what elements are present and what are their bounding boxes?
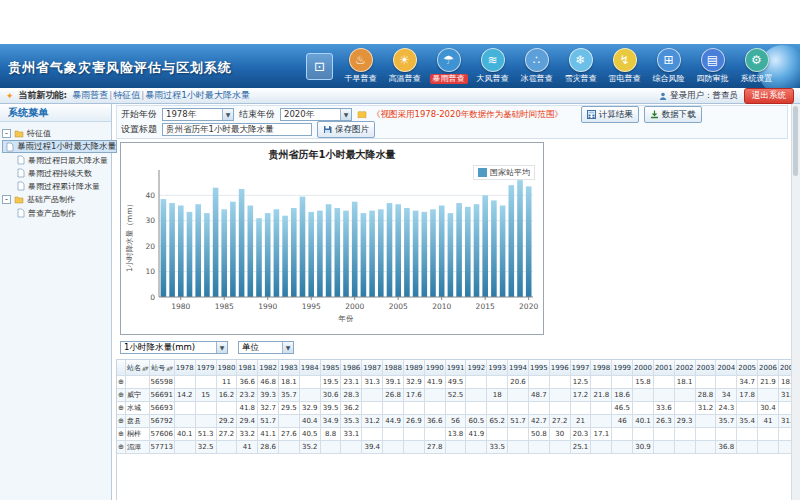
col-year-1983[interactable]: 1983 xyxy=(279,360,300,376)
element-filter-select[interactable]: 1小时降水量(mm)▼ xyxy=(120,341,228,354)
col-year-2004[interactable]: 2004 xyxy=(716,360,737,376)
nav-item-snow[interactable]: ❄雪灾普查 xyxy=(560,48,601,84)
tree-group[interactable]: -基础产品制作 xyxy=(2,193,109,207)
collapse-icon[interactable]: - xyxy=(2,195,11,204)
collapse-icon[interactable]: - xyxy=(2,129,11,138)
logout-button[interactable]: 退出系统 xyxy=(744,88,794,104)
tree-item[interactable]: 暴雨过程累计降水量 xyxy=(2,180,109,193)
folder-icon xyxy=(14,195,24,204)
folder-icon xyxy=(14,129,24,138)
save-image-button[interactable]: 保存图片 xyxy=(317,121,375,138)
row-expand-icon[interactable]: ⊕ xyxy=(117,376,125,389)
value-cell: 11 xyxy=(216,376,237,389)
col-year-1991[interactable]: 1991 xyxy=(445,360,466,376)
nav-item-wind[interactable]: ≋大风普查 xyxy=(472,48,513,84)
table-row[interactable]: ⊕565981136.646.818.119.523.131.339.132.9… xyxy=(117,376,793,389)
col-year-1996[interactable]: 1996 xyxy=(549,360,570,376)
col-year-2001[interactable]: 2001 xyxy=(653,360,674,376)
calculate-button[interactable]: 计算结果 xyxy=(581,106,639,123)
value-cell: 35.4 xyxy=(737,415,758,428)
gear-icon: ⚙ xyxy=(745,48,769,72)
nav-item-rainstorm[interactable]: ☂暴雨普查 xyxy=(428,48,469,84)
nav-item-lightning[interactable]: ↯雷电普查 xyxy=(604,48,645,84)
table-row[interactable]: ⊕桐梓5760640.151.327.233.241.127.640.58.83… xyxy=(117,428,793,441)
tree-group[interactable]: -特征值 xyxy=(2,126,109,140)
col-station-name[interactable]: 站名▲▼ xyxy=(125,360,149,376)
station-name-cell: 威宁 xyxy=(125,389,149,402)
col-year-1997[interactable]: 1997 xyxy=(570,360,591,376)
col-year-1993[interactable]: 1993 xyxy=(487,360,508,376)
scrollbar-thumb[interactable] xyxy=(793,106,798,176)
vertical-scrollbar[interactable] xyxy=(791,104,800,500)
col-year-1981[interactable]: 1981 xyxy=(237,360,258,376)
row-expand-icon[interactable]: ⊕ xyxy=(117,441,125,454)
col-year-1988[interactable]: 1988 xyxy=(383,360,404,376)
nav-item-heat[interactable]: ☀高温普查 xyxy=(384,48,425,84)
sidebar-title: 系统菜单 xyxy=(0,104,111,122)
value-cell: 17.8 xyxy=(737,389,758,402)
col-year-2006[interactable]: 2006 xyxy=(758,360,779,376)
value-cell: 15.8 xyxy=(633,376,654,389)
nav-item-drought[interactable]: ♨干旱普查 xyxy=(340,48,381,84)
table-row[interactable]: ⊕威宁5669114.21516.223.239.335.730.628.326… xyxy=(117,389,793,402)
tree-item[interactable]: 暴雨过程日最大降水量 xyxy=(2,154,109,167)
nav-item-risk[interactable]: ⊞综合风险 xyxy=(648,48,689,84)
value-cell xyxy=(591,402,612,415)
row-expand-icon[interactable]: ⊕ xyxy=(117,415,125,428)
col-year-1994[interactable]: 1994 xyxy=(508,360,529,376)
col-select xyxy=(117,360,125,376)
col-year-1986[interactable]: 1986 xyxy=(341,360,362,376)
breadcrumb-tab[interactable]: 特征值 xyxy=(113,90,140,100)
svg-text:2005: 2005 xyxy=(389,302,408,311)
col-year-1987[interactable]: 1987 xyxy=(362,360,383,376)
table-row[interactable]: ⊕湄潭5771332.54128.635.239.427.833.525.130… xyxy=(117,441,793,454)
col-year-2005[interactable]: 2005 xyxy=(737,360,758,376)
breadcrumb-tab[interactable]: 暴雨普查 xyxy=(72,90,108,100)
col-year-2000[interactable]: 2000 xyxy=(633,360,654,376)
col-year-2002[interactable]: 2002 xyxy=(674,360,695,376)
col-year-1979[interactable]: 1979 xyxy=(195,360,216,376)
col-year-1999[interactable]: 1999 xyxy=(612,360,633,376)
table-row[interactable]: ⊕盘县5679229.229.451.740.434.935.331.244.9… xyxy=(117,415,793,428)
tree-item[interactable]: 暴雨过程持续天数 xyxy=(2,167,109,180)
col-year-1978[interactable]: 1978 xyxy=(174,360,195,376)
value-cell: 35.7 xyxy=(279,389,300,402)
value-cell: 39.4 xyxy=(362,441,383,454)
nav-item-approval[interactable]: ▤四防审批 xyxy=(692,48,733,84)
row-expand-icon[interactable]: ⊕ xyxy=(117,389,125,402)
row-expand-icon[interactable]: ⊕ xyxy=(117,428,125,441)
value-cell: 18.1 xyxy=(674,376,695,389)
col-year-1985[interactable]: 1985 xyxy=(320,360,341,376)
col-year-1982[interactable]: 1982 xyxy=(258,360,279,376)
row-expand-icon[interactable]: ⊕ xyxy=(117,402,125,415)
value-cell: 18 xyxy=(487,389,508,402)
col-year-1989[interactable]: 1989 xyxy=(403,360,424,376)
col-station-id[interactable]: 站号▲▼ xyxy=(149,360,174,376)
end-year-select[interactable]: 2020年▼ xyxy=(280,108,352,121)
col-year-1992[interactable]: 1992 xyxy=(466,360,487,376)
col-year-1984[interactable]: 1984 xyxy=(299,360,320,376)
col-year-1998[interactable]: 1998 xyxy=(591,360,612,376)
breadcrumb-tab[interactable]: 暴雨过程1小时最大降水量 xyxy=(145,90,250,100)
nav-item-hail[interactable]: ∴冰雹普查 xyxy=(516,48,557,84)
tree-item[interactable]: 暴雨过程1小时最大降水量 xyxy=(2,140,117,153)
nav-item-settings[interactable]: ⚙系统设置 xyxy=(736,48,777,84)
value-cell: 42.7 xyxy=(528,415,549,428)
col-year-2003[interactable]: 2003 xyxy=(695,360,716,376)
value-cell xyxy=(612,428,633,441)
table-row[interactable]: ⊕水城5669341.832.729.532.939.536.246.533.6… xyxy=(117,402,793,415)
data-download-button[interactable]: 数据下载 xyxy=(644,106,702,123)
breadcrumb-tabs: 暴雨普查|特征值|暴雨过程1小时最大降水量 xyxy=(72,89,250,102)
unit-filter-select[interactable]: 单位▼ xyxy=(238,341,294,354)
file-icon xyxy=(17,181,25,191)
chart-title-input[interactable] xyxy=(162,123,312,136)
tree-item[interactable]: 普查产品制作 xyxy=(2,207,109,220)
svg-text:2010: 2010 xyxy=(432,302,451,311)
value-cell xyxy=(528,376,549,389)
nav-home-button[interactable]: ⊡ xyxy=(306,53,333,80)
start-year-select[interactable]: 1978年▼ xyxy=(162,108,234,121)
value-cell xyxy=(487,402,508,415)
col-year-1980[interactable]: 1980 xyxy=(216,360,237,376)
col-year-1995[interactable]: 1995 xyxy=(528,360,549,376)
col-year-1990[interactable]: 1990 xyxy=(424,360,445,376)
